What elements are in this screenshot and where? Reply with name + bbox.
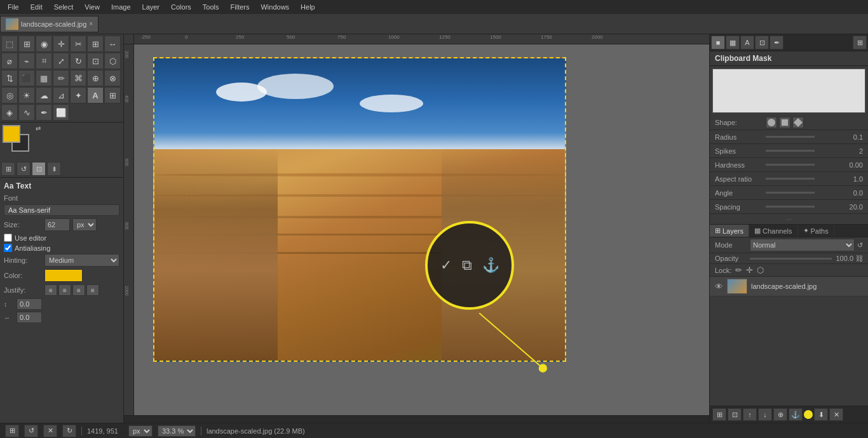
menu-select[interactable]: Select bbox=[49, 2, 79, 12]
canvas-scroll[interactable]: ✓ ⧉ ⚓ bbox=[134, 44, 709, 415]
tool-new[interactable]: ⬚ bbox=[1, 36, 18, 52]
tool-bucket[interactable]: ⬛ bbox=[18, 70, 35, 86]
shape-circle-btn[interactable] bbox=[766, 117, 777, 128]
tool-blur[interactable]: ◎ bbox=[1, 87, 18, 103]
status-unit-select[interactable]: px bbox=[128, 425, 153, 437]
lock-alpha-icon[interactable]: ⬡ bbox=[757, 265, 764, 275]
opacity-slider[interactable] bbox=[750, 258, 832, 260]
document-tab[interactable]: landscape-scaled.jpg × bbox=[0, 16, 98, 32]
tool-option-btn2[interactable]: ↺ bbox=[17, 162, 31, 176]
menu-tools[interactable]: Tools bbox=[198, 2, 224, 12]
hardness-slider[interactable] bbox=[766, 164, 815, 166]
new-layer-from-visible-btn[interactable]: ⊞ bbox=[712, 408, 726, 421]
menu-help[interactable]: Help bbox=[295, 2, 320, 12]
panel-font-btn[interactable]: A bbox=[740, 36, 754, 50]
tool-option-btn1[interactable]: ⊞ bbox=[1, 162, 15, 176]
shape-square-btn[interactable] bbox=[779, 117, 790, 128]
duplicate-layer-btn[interactable]: ⊕ bbox=[773, 408, 787, 421]
tool-option-btn3[interactable]: ⊡ bbox=[32, 162, 46, 176]
tool-option-btn4[interactable]: ⇟ bbox=[47, 162, 61, 176]
menu-file[interactable]: File bbox=[3, 2, 24, 12]
menu-edit[interactable]: Edit bbox=[25, 2, 48, 12]
tool-move[interactable]: ✛ bbox=[53, 36, 69, 52]
tab-close-button[interactable]: × bbox=[89, 20, 93, 27]
refresh-icon[interactable]: ↺ bbox=[857, 241, 863, 249]
lock-move-icon[interactable]: ✛ bbox=[746, 265, 753, 275]
tool-heal[interactable]: ⊕ bbox=[87, 70, 104, 86]
justify-right-button[interactable]: ≡ bbox=[72, 284, 85, 296]
tool-perspective[interactable]: ⬡ bbox=[104, 53, 121, 69]
tool-pencil[interactable]: ✏ bbox=[53, 70, 69, 86]
char-spacing-input[interactable] bbox=[17, 312, 42, 323]
new-layer-group-btn[interactable]: ⊡ bbox=[728, 408, 742, 421]
raise-layer-btn[interactable]: ↑ bbox=[743, 408, 757, 421]
tool-dodge[interactable]: ☀ bbox=[18, 87, 35, 103]
status-new-btn[interactable]: ⊞ bbox=[5, 425, 19, 437]
tool-scissors[interactable]: ✂ bbox=[70, 36, 86, 52]
line-spacing-input[interactable] bbox=[17, 298, 42, 310]
layers-tab[interactable]: ⊞ Layers bbox=[710, 225, 749, 237]
menu-windows[interactable]: Windows bbox=[255, 2, 294, 12]
menu-layer[interactable]: Layer bbox=[137, 2, 165, 12]
panel-color-btn[interactable]: ■ bbox=[711, 36, 725, 50]
mode-select[interactable]: Normal Multiply Screen bbox=[750, 239, 855, 251]
menu-view[interactable]: View bbox=[79, 2, 105, 12]
layer-item[interactable]: 👁 landscape-scaled.jpg bbox=[710, 277, 868, 296]
tool-lasso[interactable]: ⌀ bbox=[1, 53, 18, 69]
tool-open[interactable]: ⊞ bbox=[18, 36, 35, 52]
menu-filters[interactable]: Filters bbox=[226, 2, 255, 12]
aspect-slider[interactable] bbox=[766, 178, 815, 180]
text-color-swatch[interactable] bbox=[44, 269, 83, 282]
lower-layer-btn[interactable]: ↓ bbox=[758, 408, 772, 421]
channels-tab[interactable]: ▦ Channels bbox=[749, 225, 797, 237]
tool-scale[interactable]: ⊡ bbox=[87, 53, 104, 69]
tool-eyedrop[interactable]: ⌗ bbox=[36, 53, 52, 69]
spacing-slider[interactable] bbox=[766, 206, 815, 208]
tool-save[interactable]: ◉ bbox=[36, 36, 52, 52]
justify-left-button[interactable]: ≡ bbox=[44, 284, 57, 296]
tool-clone[interactable]: ⊗ bbox=[104, 70, 121, 86]
antialiasing-checkbox[interactable] bbox=[4, 244, 12, 252]
tool-align[interactable]: ⊞ bbox=[87, 36, 104, 52]
tool-flip[interactable]: ⇅ bbox=[1, 70, 18, 86]
use-editor-checkbox[interactable] bbox=[4, 234, 12, 242]
tool-text[interactable]: A bbox=[87, 87, 104, 103]
anchor-layer-btn[interactable]: ⚓ bbox=[789, 408, 803, 421]
size-input[interactable] bbox=[44, 218, 70, 231]
justify-center-button[interactable]: ≡ bbox=[58, 284, 71, 296]
horizontal-scrollbar[interactable] bbox=[124, 415, 709, 423]
tool-smudge[interactable]: ☁ bbox=[36, 87, 52, 103]
paths-tab[interactable]: ✦ Paths bbox=[798, 225, 834, 237]
spikes-slider[interactable] bbox=[766, 150, 815, 152]
tool-gradient[interactable]: ▦ bbox=[36, 70, 52, 86]
shape-diamond-btn[interactable] bbox=[792, 117, 804, 128]
panel-device-btn[interactable]: ⊡ bbox=[755, 36, 769, 50]
status-save-btn[interactable]: ↺ bbox=[24, 425, 38, 437]
foreground-color[interactable] bbox=[3, 125, 20, 143]
tool-ink[interactable]: ✒ bbox=[36, 104, 52, 121]
status-undo-btn[interactable]: ✕ bbox=[43, 425, 57, 437]
delete-layer-btn[interactable]: ✕ bbox=[829, 408, 843, 421]
radius-slider[interactable] bbox=[766, 136, 815, 138]
merge-layer-btn[interactable]: ⬇ bbox=[814, 408, 828, 421]
opacity-chain-icon[interactable]: ⛓ bbox=[856, 255, 863, 262]
panel-swatch-btn[interactable]: ▦ bbox=[726, 36, 740, 50]
tool-extra3[interactable]: ∿ bbox=[18, 104, 35, 121]
tool-rotate[interactable]: ↻ bbox=[70, 53, 86, 69]
tool-extra2[interactable]: ◈ bbox=[1, 104, 18, 121]
panel-expand-btn[interactable]: ⊞ bbox=[853, 36, 867, 50]
tool-eraser[interactable]: ⬜ bbox=[53, 104, 69, 121]
status-redo-btn[interactable]: ↻ bbox=[62, 425, 76, 437]
lock-paint-icon[interactable]: ✏ bbox=[735, 265, 742, 275]
tool-crop[interactable]: ↔ bbox=[104, 36, 121, 52]
menu-colors[interactable]: Colors bbox=[166, 2, 196, 12]
layer-visibility-icon[interactable]: 👁 bbox=[715, 282, 723, 291]
justify-fill-button[interactable]: ≡ bbox=[86, 284, 99, 296]
size-unit-select[interactable]: px pt bbox=[72, 218, 97, 231]
tool-extra1[interactable]: ⊞ bbox=[104, 87, 121, 103]
tool-measure[interactable]: ⊿ bbox=[53, 87, 69, 103]
tool-brush[interactable]: ⌘ bbox=[70, 70, 86, 86]
angle-slider[interactable] bbox=[766, 192, 815, 194]
color-swap-icon[interactable]: ⇄ bbox=[36, 125, 41, 132]
tool-path[interactable]: ✦ bbox=[70, 87, 86, 103]
